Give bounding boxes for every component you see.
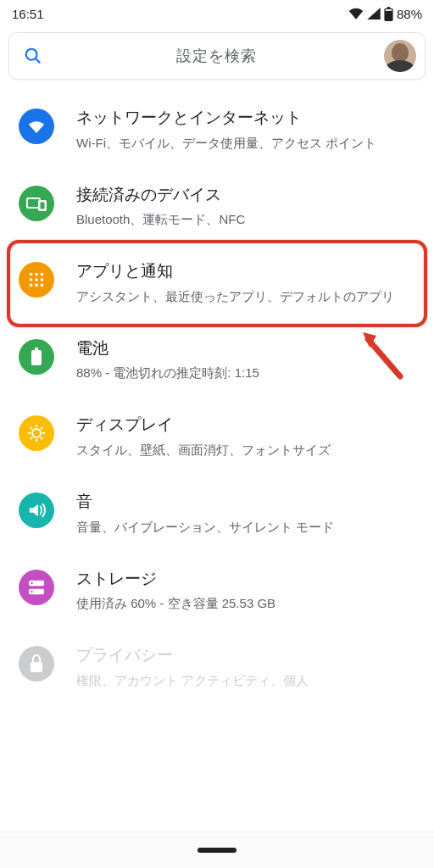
item-title: 接続済みのデバイス bbox=[76, 184, 415, 207]
item-subtitle: Wi-Fi、モバイル、データ使用量、アクセス ポイント bbox=[76, 133, 415, 153]
svg-point-23 bbox=[31, 590, 32, 592]
privacy-icon bbox=[19, 646, 54, 682]
item-title: アプリと通知 bbox=[76, 260, 415, 283]
svg-point-22 bbox=[31, 581, 32, 583]
item-title: ネットワークとインターネット bbox=[76, 107, 415, 130]
battery-icon bbox=[384, 7, 393, 21]
item-title: 音 bbox=[76, 491, 415, 514]
settings-list: ネットワークとインターネット Wi-Fi、モバイル、データ使用量、アクセス ポイ… bbox=[0, 86, 434, 706]
sound-icon bbox=[19, 492, 54, 528]
svg-point-14 bbox=[30, 284, 33, 287]
item-subtitle: Bluetooth、運転モード、NFC bbox=[76, 209, 415, 230]
avatar[interactable] bbox=[384, 40, 416, 72]
svg-rect-18 bbox=[35, 348, 38, 351]
search-icon bbox=[18, 47, 48, 65]
svg-line-4 bbox=[36, 58, 41, 64]
item-subtitle: 使用済み 60% - 空き容量 25.53 GB bbox=[76, 593, 415, 614]
wifi-circle-icon bbox=[19, 108, 54, 144]
settings-item-connected-devices[interactable]: 接続済みのデバイス Bluetooth、運転モード、NFC bbox=[0, 169, 434, 246]
item-title: 電池 bbox=[76, 337, 415, 360]
battery-circle-icon bbox=[19, 339, 54, 375]
svg-point-12 bbox=[35, 278, 38, 281]
status-time: 16:51 bbox=[12, 7, 44, 21]
svg-point-13 bbox=[41, 278, 44, 281]
svg-point-15 bbox=[35, 284, 38, 287]
display-icon bbox=[19, 415, 54, 451]
svg-rect-17 bbox=[31, 350, 42, 365]
svg-point-9 bbox=[35, 273, 38, 276]
item-subtitle: スタイル、壁紙、画面消灯、フォントサイズ bbox=[76, 440, 415, 460]
svg-point-19 bbox=[32, 429, 41, 437]
nav-pill-icon bbox=[198, 848, 236, 853]
status-bar: 16:51 88% bbox=[0, 0, 434, 27]
item-subtitle: 権限、アカウント アクティビティ、個人 bbox=[76, 670, 415, 691]
item-subtitle: 88% - 電池切れの推定時刻: 1:15 bbox=[76, 363, 415, 383]
item-subtitle: 音量、バイブレーション、サイレント モード bbox=[76, 517, 415, 537]
search-bar[interactable]: 設定を検索 bbox=[8, 32, 426, 80]
svg-point-10 bbox=[41, 273, 44, 276]
svg-point-8 bbox=[30, 273, 33, 276]
settings-item-battery[interactable]: 電池 88% - 電池切れの推定時刻: 1:15 bbox=[0, 322, 434, 399]
item-title: ストレージ bbox=[76, 568, 415, 591]
item-title: プライバシー bbox=[76, 644, 415, 667]
wifi-icon bbox=[348, 8, 364, 19]
svg-point-16 bbox=[41, 284, 44, 287]
svg-rect-2 bbox=[386, 8, 392, 10]
settings-item-storage[interactable]: ストレージ 使用済み 60% - 空き容量 25.53 GB bbox=[0, 553, 434, 630]
storage-icon bbox=[19, 570, 54, 605]
navigation-bar[interactable] bbox=[0, 832, 434, 868]
svg-rect-1 bbox=[387, 7, 390, 9]
apps-icon bbox=[19, 262, 54, 298]
svg-point-3 bbox=[26, 49, 37, 60]
signal-icon bbox=[367, 8, 381, 19]
settings-item-network[interactable]: ネットワークとインターネット Wi-Fi、モバイル、データ使用量、アクセス ポイ… bbox=[0, 92, 434, 169]
devices-icon bbox=[19, 186, 54, 221]
svg-rect-24 bbox=[31, 662, 42, 672]
status-icons: 88% bbox=[348, 7, 422, 21]
battery-percent: 88% bbox=[397, 7, 422, 21]
settings-item-sound[interactable]: 音 音量、バイブレーション、サイレント モード bbox=[0, 476, 434, 553]
settings-item-display[interactable]: ディスプレイ スタイル、壁紙、画面消灯、フォントサイズ bbox=[0, 398, 434, 476]
svg-point-11 bbox=[30, 278, 33, 281]
settings-item-privacy[interactable]: プライバシー 権限、アカウント アクティビティ、個人 bbox=[0, 629, 434, 706]
svg-rect-5 bbox=[27, 198, 40, 208]
item-title: ディスプレイ bbox=[76, 414, 415, 437]
search-placeholder: 設定を検索 bbox=[48, 46, 384, 66]
settings-item-apps-notifications[interactable]: アプリと通知 アシスタント、最近使ったアプリ、デフォルトのアプリ bbox=[0, 245, 434, 322]
item-subtitle: アシスタント、最近使ったアプリ、デフォルトのアプリ bbox=[76, 287, 415, 307]
